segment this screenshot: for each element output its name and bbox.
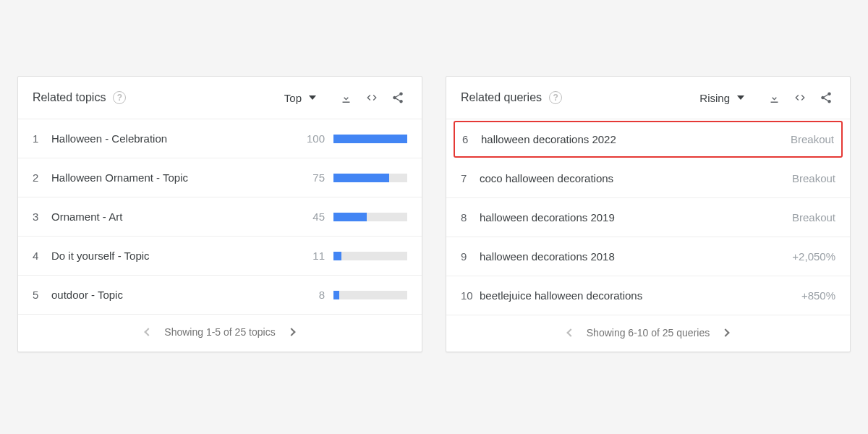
- pager-text: Showing 6-10 of 25 queries: [587, 327, 710, 339]
- item-change: Breakout: [791, 133, 834, 145]
- rank: 3: [33, 210, 51, 223]
- prev-page-icon[interactable]: [566, 328, 574, 336]
- item-label: outdoor - Topic: [51, 289, 305, 301]
- rank: 8: [461, 211, 480, 224]
- item-label: Halloween Ornament - Topic: [51, 171, 305, 184]
- list-item[interactable]: 5 outdoor - Topic 8: [18, 276, 422, 314]
- item-change: Breakout: [792, 211, 835, 224]
- rank: 10: [461, 289, 480, 302]
- pager: Showing 6-10 of 25 queries: [446, 315, 850, 352]
- rank: 5: [33, 289, 51, 301]
- sort-dropdown[interactable]: Top: [280, 89, 320, 107]
- rank: 7: [461, 172, 480, 184]
- item-label: coco halloween decorations: [480, 172, 792, 184]
- list-item[interactable]: 4 Do it yourself - Topic 11: [18, 237, 422, 276]
- rank: 6: [462, 133, 481, 145]
- card-title: Related queries: [461, 91, 542, 104]
- chevron-down-icon: [737, 95, 744, 100]
- list-item[interactable]: 7 coco halloween decorations Breakout: [446, 159, 850, 198]
- sort-label: Rising: [699, 92, 730, 104]
- item-label: Halloween - Celebration: [51, 132, 305, 145]
- item-label: halloween decorations 2019: [480, 211, 792, 224]
- value-bar: [333, 291, 407, 299]
- related-queries-card: Related queries ? Rising 6 halloween dec…: [446, 76, 851, 352]
- item-change: +2,050%: [792, 250, 835, 263]
- item-value: 8: [305, 289, 325, 301]
- rank: 1: [33, 132, 51, 145]
- rank: 4: [33, 250, 51, 262]
- item-label: beetlejuice halloween decorations: [480, 289, 801, 302]
- related-topics-card: Related topics ? Top 1 Halloween - Celeb…: [17, 76, 422, 352]
- embed-icon[interactable]: [362, 88, 381, 107]
- sort-label: Top: [284, 92, 302, 104]
- list-item[interactable]: 9 halloween decorations 2018 +2,050%: [446, 237, 850, 276]
- pager: Showing 1-5 of 25 topics: [18, 314, 422, 351]
- value-bar: [333, 213, 407, 221]
- list-item[interactable]: 8 halloween decorations 2019 Breakout: [446, 198, 850, 237]
- item-value: 11: [305, 250, 325, 262]
- item-value: 75: [305, 171, 325, 184]
- item-label: halloween decorations 2022: [481, 133, 791, 145]
- rank: 2: [33, 171, 51, 184]
- list-item[interactable]: 3 Ornament - Art 45: [18, 197, 422, 237]
- download-icon[interactable]: [336, 88, 355, 107]
- list-item[interactable]: 1 Halloween - Celebration 100: [18, 119, 422, 158]
- next-page-icon[interactable]: [287, 328, 295, 336]
- chevron-down-icon: [309, 95, 316, 100]
- item-change: +850%: [801, 289, 835, 302]
- embed-icon[interactable]: [791, 88, 809, 107]
- item-value: 100: [305, 132, 325, 145]
- item-value: 45: [305, 210, 325, 223]
- list-item-highlighted[interactable]: 6 halloween decorations 2022 Breakout: [454, 121, 843, 158]
- card-title: Related topics: [33, 91, 106, 104]
- help-icon[interactable]: ?: [549, 91, 562, 104]
- item-label: Do it yourself - Topic: [51, 250, 305, 262]
- topics-list: 1 Halloween - Celebration 100 2 Hallowee…: [18, 119, 422, 314]
- download-icon[interactable]: [765, 88, 783, 107]
- share-icon[interactable]: [817, 88, 835, 107]
- pager-text: Showing 1-5 of 25 topics: [164, 326, 275, 338]
- item-label: halloween decorations 2018: [480, 250, 792, 263]
- share-icon[interactable]: [388, 88, 407, 107]
- value-bar: [333, 174, 407, 182]
- next-page-icon[interactable]: [722, 328, 730, 336]
- help-icon[interactable]: ?: [113, 91, 126, 104]
- card-header: Related topics ? Top: [18, 77, 422, 119]
- prev-page-icon[interactable]: [145, 328, 153, 336]
- card-header: Related queries ? Rising: [446, 77, 850, 119]
- value-bar: [333, 252, 407, 260]
- queries-list: 6 halloween decorations 2022 Breakout 7 …: [446, 119, 850, 315]
- item-change: Breakout: [792, 172, 835, 184]
- list-item[interactable]: 2 Halloween Ornament - Topic 75: [18, 158, 422, 197]
- rank: 9: [461, 250, 480, 263]
- sort-dropdown[interactable]: Rising: [695, 89, 749, 107]
- value-bar: [333, 135, 407, 143]
- list-item[interactable]: 10 beetlejuice halloween decorations +85…: [446, 276, 850, 315]
- item-label: Ornament - Art: [51, 210, 305, 223]
